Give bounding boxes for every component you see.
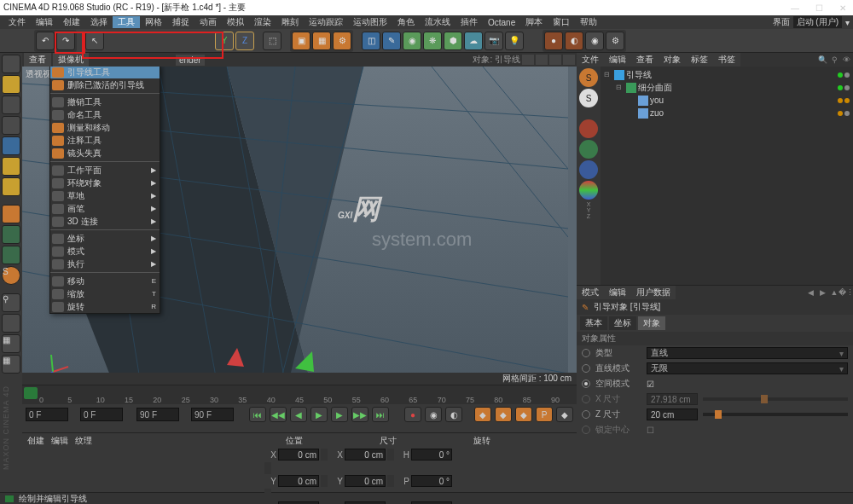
om-tab[interactable]: 标签 [686,53,713,67]
layout-selector[interactable]: 界面 启动 (用户) ▾ [773,16,850,28]
record-button[interactable]: ● [404,407,421,422]
attr-prev[interactable]: ◀ [805,287,815,298]
menu-item[interactable]: 旋转R [50,300,160,313]
menu-捕捉[interactable]: 捕捉 [167,16,194,28]
coord-Y[interactable]: 0 cm [278,475,319,487]
coord-X[interactable]: 0 cm [278,449,319,461]
key-pos[interactable]: ◆ [474,407,491,422]
coord-P[interactable]: 0 ° [411,475,452,487]
environment-button[interactable]: ☁ [464,32,483,50]
menu-雕刻[interactable]: 雕刻 [276,16,304,28]
attr-field[interactable]: 无限 [647,362,848,374]
menu-item[interactable]: 草地▶ [50,189,160,202]
frame-current[interactable]: 0 F [80,408,123,421]
menu-文件[interactable]: 文件 [3,16,31,28]
om-tab[interactable]: 编辑 [604,53,631,67]
menu-帮助[interactable]: 帮助 [575,16,602,28]
close-button[interactable]: ✕ [836,3,850,13]
menu-item[interactable]: 命名工具 [50,108,160,121]
menu-插件[interactable]: 插件 [456,16,483,28]
attr-subtab[interactable]: 对象 [638,316,665,330]
menu-item[interactable]: 环绕对象▶ [50,177,160,189]
render-settings-button[interactable]: ⚙ [333,32,351,50]
tree-row[interactable]: ⊟引导线 [604,68,850,81]
cursor-tool[interactable]: ↖ [85,32,104,50]
camera-button[interactable]: 📷 [485,32,503,50]
om-tool-move[interactable] [579,119,598,138]
next-frame[interactable]: ▶ [331,407,348,422]
menu-item[interactable]: 缩放T [50,287,160,300]
cube-primitive[interactable]: ◫ [362,32,380,50]
menu-选择[interactable]: 选择 [85,16,113,28]
polygon-mode[interactable] [2,177,20,196]
menu-item[interactable]: 3D 连接▶ [50,215,160,228]
menu-item[interactable]: 画笔▶ [50,202,160,215]
object-tree[interactable]: ⊟引导线⊟细分曲面youzuo [601,67,853,285]
attr-tab[interactable]: 用户数据 [631,286,676,299]
menu-item[interactable]: 执行▶ [50,258,160,270]
coord-Y[interactable]: 0 cm [345,475,386,487]
attr-tab[interactable]: 编辑 [604,286,631,299]
attr-subtab[interactable]: 基本 [580,316,607,330]
attr-slider[interactable] [703,397,848,401]
redo-button[interactable]: ↷ [56,32,75,50]
keysel-button[interactable]: ◐ [445,407,462,422]
coord-sys-button[interactable]: ⬚ [263,32,281,50]
om-filter-icon[interactable]: ⚲ [829,55,839,65]
prev-key[interactable]: ◀◀ [270,407,287,422]
frame-start[interactable]: 0 F [26,408,68,421]
viewport-solo-1[interactable] [2,225,20,244]
timeline-ruler[interactable]: 051015202530354045505560657075808590 [22,385,577,404]
tree-row[interactable]: zuo [604,107,850,119]
model-mode[interactable] [2,75,20,94]
deformer-button[interactable]: ⬢ [444,32,462,50]
menu-动画[interactable]: 动画 [194,16,222,28]
octane-1[interactable]: ● [544,32,563,50]
coord-H[interactable]: 0 ° [411,449,452,461]
vp-nav-3[interactable] [549,55,561,65]
menu-运动图形[interactable]: 运动图形 [348,16,392,28]
playhead-icon[interactable] [24,387,38,399]
menu-工具[interactable]: 工具 [113,16,140,28]
generator-button[interactable]: ❋ [423,32,442,50]
om-tab[interactable]: 对象 [659,53,686,67]
attr-field[interactable]: 20 cm [647,408,698,420]
menu-窗口[interactable]: 窗口 [548,16,575,28]
vp-nav-2[interactable] [536,55,548,65]
menu-创建[interactable]: 创建 [58,16,85,28]
frame-end-range[interactable]: 90 F [136,408,179,421]
attr-checkbox[interactable]: ☑ [647,379,654,389]
menu-item[interactable]: 引导线工具 [50,67,160,78]
attr-subtab[interactable]: 坐标 [609,316,636,330]
key-scale[interactable]: ◆ [495,407,512,422]
workplane-mode[interactable] [2,116,20,135]
menu-流水线[interactable]: 流水线 [420,16,456,28]
menu-渲染[interactable]: 渲染 [249,16,276,28]
menu-item[interactable]: 模式▶ [50,245,160,258]
maximize-button[interactable]: ☐ [812,3,826,13]
render-region-button[interactable]: ▦ [312,32,331,50]
menu-脚本[interactable]: 脚本 [520,16,548,28]
coord-X[interactable]: 0 cm [345,449,386,461]
octane-3[interactable]: ◉ [585,32,604,50]
tree-row[interactable]: you [604,94,850,107]
render-button[interactable]: ▣ [292,32,310,50]
om-tool-s1[interactable]: S [579,68,598,87]
undo-button[interactable]: ↶ [36,32,55,50]
attr-menu[interactable]: �⋮ [841,287,851,298]
next-key[interactable]: ▶▶ [351,407,368,422]
edge-mode[interactable] [2,157,20,176]
goto-start[interactable]: ⏮ [249,407,266,422]
minimize-button[interactable]: — [788,3,802,13]
vp-nav-4[interactable] [563,55,575,65]
menu-item[interactable]: 坐标▶ [50,232,160,245]
z-axis-button[interactable]: Z [235,32,254,50]
point-mode[interactable] [2,136,20,155]
texture-mode[interactable] [2,96,20,114]
goto-end[interactable]: ⏭ [372,407,389,422]
menu-角色[interactable]: 角色 [392,16,420,28]
menu-item[interactable]: 注释工具 [50,134,160,147]
key-rot[interactable]: ◆ [515,407,532,422]
magnet-button[interactable]: ⚲ [2,293,20,312]
key-pla[interactable]: ◆ [556,407,573,422]
